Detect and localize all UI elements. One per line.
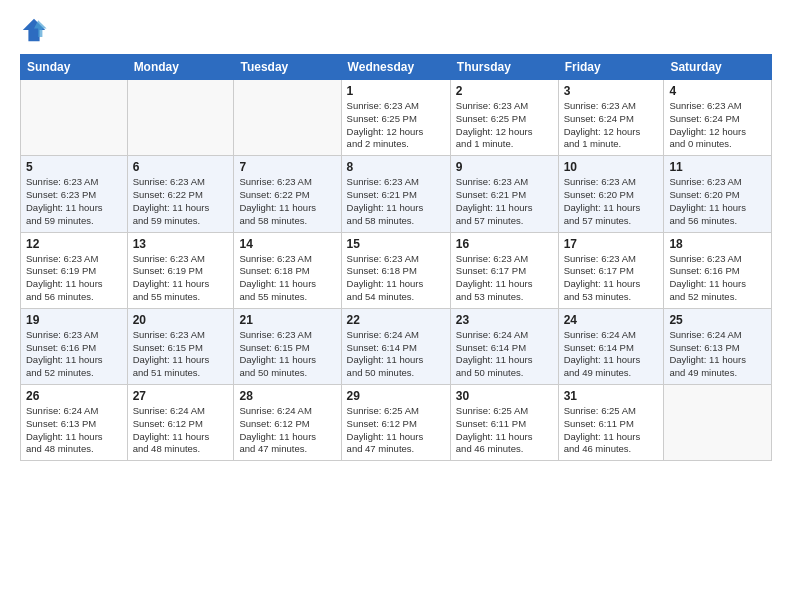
day-number: 4	[669, 84, 766, 98]
day-cell: 29Sunrise: 6:25 AM Sunset: 6:12 PM Dayli…	[341, 385, 450, 461]
day-cell: 3Sunrise: 6:23 AM Sunset: 6:24 PM Daylig…	[558, 80, 664, 156]
day-cell: 2Sunrise: 6:23 AM Sunset: 6:25 PM Daylig…	[450, 80, 558, 156]
day-cell: 20Sunrise: 6:23 AM Sunset: 6:15 PM Dayli…	[127, 308, 234, 384]
day-info: Sunrise: 6:24 AM Sunset: 6:12 PM Dayligh…	[133, 405, 229, 456]
day-cell: 14Sunrise: 6:23 AM Sunset: 6:18 PM Dayli…	[234, 232, 341, 308]
calendar-table: SundayMondayTuesdayWednesdayThursdayFrid…	[20, 54, 772, 461]
day-number: 12	[26, 237, 122, 251]
day-info: Sunrise: 6:23 AM Sunset: 6:19 PM Dayligh…	[133, 253, 229, 304]
day-info: Sunrise: 6:23 AM Sunset: 6:25 PM Dayligh…	[347, 100, 445, 151]
day-info: Sunrise: 6:23 AM Sunset: 6:17 PM Dayligh…	[564, 253, 659, 304]
day-cell: 25Sunrise: 6:24 AM Sunset: 6:13 PM Dayli…	[664, 308, 772, 384]
col-header-monday: Monday	[127, 55, 234, 80]
day-cell: 19Sunrise: 6:23 AM Sunset: 6:16 PM Dayli…	[21, 308, 128, 384]
day-cell: 10Sunrise: 6:23 AM Sunset: 6:20 PM Dayli…	[558, 156, 664, 232]
col-header-saturday: Saturday	[664, 55, 772, 80]
day-info: Sunrise: 6:23 AM Sunset: 6:15 PM Dayligh…	[239, 329, 335, 380]
day-number: 25	[669, 313, 766, 327]
day-info: Sunrise: 6:23 AM Sunset: 6:22 PM Dayligh…	[133, 176, 229, 227]
day-cell: 15Sunrise: 6:23 AM Sunset: 6:18 PM Dayli…	[341, 232, 450, 308]
day-number: 13	[133, 237, 229, 251]
day-info: Sunrise: 6:23 AM Sunset: 6:19 PM Dayligh…	[26, 253, 122, 304]
col-header-tuesday: Tuesday	[234, 55, 341, 80]
day-cell: 30Sunrise: 6:25 AM Sunset: 6:11 PM Dayli…	[450, 385, 558, 461]
day-cell: 28Sunrise: 6:24 AM Sunset: 6:12 PM Dayli…	[234, 385, 341, 461]
day-number: 31	[564, 389, 659, 403]
day-cell: 24Sunrise: 6:24 AM Sunset: 6:14 PM Dayli…	[558, 308, 664, 384]
day-info: Sunrise: 6:24 AM Sunset: 6:14 PM Dayligh…	[347, 329, 445, 380]
week-row-5: 26Sunrise: 6:24 AM Sunset: 6:13 PM Dayli…	[21, 385, 772, 461]
day-info: Sunrise: 6:23 AM Sunset: 6:20 PM Dayligh…	[564, 176, 659, 227]
day-info: Sunrise: 6:24 AM Sunset: 6:13 PM Dayligh…	[26, 405, 122, 456]
header	[20, 16, 772, 44]
day-cell: 26Sunrise: 6:24 AM Sunset: 6:13 PM Dayli…	[21, 385, 128, 461]
day-cell: 8Sunrise: 6:23 AM Sunset: 6:21 PM Daylig…	[341, 156, 450, 232]
col-header-thursday: Thursday	[450, 55, 558, 80]
day-number: 21	[239, 313, 335, 327]
day-info: Sunrise: 6:25 AM Sunset: 6:11 PM Dayligh…	[564, 405, 659, 456]
day-cell: 1Sunrise: 6:23 AM Sunset: 6:25 PM Daylig…	[341, 80, 450, 156]
day-number: 26	[26, 389, 122, 403]
day-cell: 9Sunrise: 6:23 AM Sunset: 6:21 PM Daylig…	[450, 156, 558, 232]
day-cell: 27Sunrise: 6:24 AM Sunset: 6:12 PM Dayli…	[127, 385, 234, 461]
day-info: Sunrise: 6:25 AM Sunset: 6:12 PM Dayligh…	[347, 405, 445, 456]
day-number: 16	[456, 237, 553, 251]
day-info: Sunrise: 6:23 AM Sunset: 6:22 PM Dayligh…	[239, 176, 335, 227]
header-row: SundayMondayTuesdayWednesdayThursdayFrid…	[21, 55, 772, 80]
day-number: 22	[347, 313, 445, 327]
day-number: 1	[347, 84, 445, 98]
day-cell: 31Sunrise: 6:25 AM Sunset: 6:11 PM Dayli…	[558, 385, 664, 461]
logo	[20, 16, 52, 44]
day-number: 18	[669, 237, 766, 251]
day-info: Sunrise: 6:23 AM Sunset: 6:20 PM Dayligh…	[669, 176, 766, 227]
day-cell	[234, 80, 341, 156]
day-info: Sunrise: 6:23 AM Sunset: 6:24 PM Dayligh…	[564, 100, 659, 151]
day-info: Sunrise: 6:23 AM Sunset: 6:18 PM Dayligh…	[239, 253, 335, 304]
day-number: 20	[133, 313, 229, 327]
day-number: 3	[564, 84, 659, 98]
day-number: 27	[133, 389, 229, 403]
day-cell: 7Sunrise: 6:23 AM Sunset: 6:22 PM Daylig…	[234, 156, 341, 232]
day-cell: 18Sunrise: 6:23 AM Sunset: 6:16 PM Dayli…	[664, 232, 772, 308]
day-cell: 4Sunrise: 6:23 AM Sunset: 6:24 PM Daylig…	[664, 80, 772, 156]
day-number: 28	[239, 389, 335, 403]
col-header-sunday: Sunday	[21, 55, 128, 80]
day-number: 2	[456, 84, 553, 98]
day-number: 14	[239, 237, 335, 251]
day-info: Sunrise: 6:25 AM Sunset: 6:11 PM Dayligh…	[456, 405, 553, 456]
col-header-wednesday: Wednesday	[341, 55, 450, 80]
page: SundayMondayTuesdayWednesdayThursdayFrid…	[0, 0, 792, 612]
day-number: 19	[26, 313, 122, 327]
day-number: 9	[456, 160, 553, 174]
day-info: Sunrise: 6:24 AM Sunset: 6:14 PM Dayligh…	[456, 329, 553, 380]
day-number: 29	[347, 389, 445, 403]
day-info: Sunrise: 6:24 AM Sunset: 6:12 PM Dayligh…	[239, 405, 335, 456]
day-number: 6	[133, 160, 229, 174]
day-info: Sunrise: 6:23 AM Sunset: 6:24 PM Dayligh…	[669, 100, 766, 151]
day-info: Sunrise: 6:24 AM Sunset: 6:14 PM Dayligh…	[564, 329, 659, 380]
day-cell: 16Sunrise: 6:23 AM Sunset: 6:17 PM Dayli…	[450, 232, 558, 308]
day-cell: 22Sunrise: 6:24 AM Sunset: 6:14 PM Dayli…	[341, 308, 450, 384]
day-cell	[127, 80, 234, 156]
day-info: Sunrise: 6:23 AM Sunset: 6:15 PM Dayligh…	[133, 329, 229, 380]
week-row-2: 5Sunrise: 6:23 AM Sunset: 6:23 PM Daylig…	[21, 156, 772, 232]
day-number: 15	[347, 237, 445, 251]
day-cell: 17Sunrise: 6:23 AM Sunset: 6:17 PM Dayli…	[558, 232, 664, 308]
day-info: Sunrise: 6:23 AM Sunset: 6:21 PM Dayligh…	[347, 176, 445, 227]
day-info: Sunrise: 6:23 AM Sunset: 6:18 PM Dayligh…	[347, 253, 445, 304]
day-number: 23	[456, 313, 553, 327]
day-cell: 12Sunrise: 6:23 AM Sunset: 6:19 PM Dayli…	[21, 232, 128, 308]
day-number: 8	[347, 160, 445, 174]
day-number: 30	[456, 389, 553, 403]
day-cell: 21Sunrise: 6:23 AM Sunset: 6:15 PM Dayli…	[234, 308, 341, 384]
day-info: Sunrise: 6:23 AM Sunset: 6:17 PM Dayligh…	[456, 253, 553, 304]
day-number: 17	[564, 237, 659, 251]
day-cell: 11Sunrise: 6:23 AM Sunset: 6:20 PM Dayli…	[664, 156, 772, 232]
day-cell: 23Sunrise: 6:24 AM Sunset: 6:14 PM Dayli…	[450, 308, 558, 384]
logo-icon	[20, 16, 48, 44]
day-number: 7	[239, 160, 335, 174]
day-cell	[664, 385, 772, 461]
week-row-1: 1Sunrise: 6:23 AM Sunset: 6:25 PM Daylig…	[21, 80, 772, 156]
day-info: Sunrise: 6:23 AM Sunset: 6:21 PM Dayligh…	[456, 176, 553, 227]
day-number: 10	[564, 160, 659, 174]
